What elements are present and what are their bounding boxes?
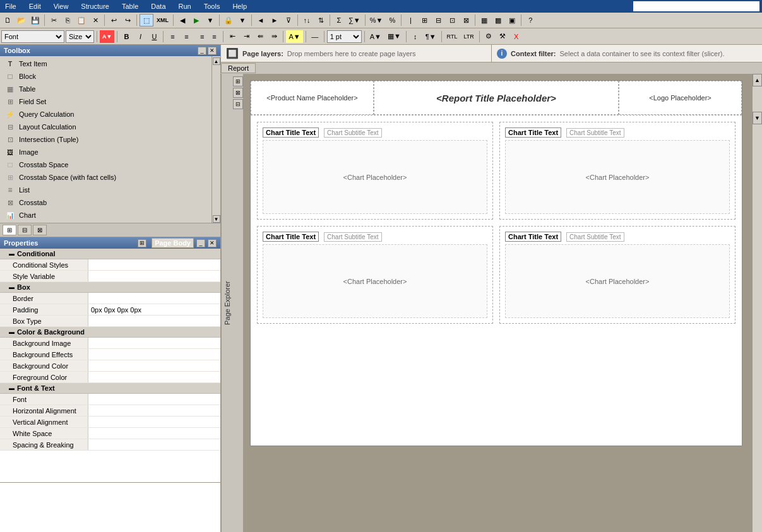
run-back-button[interactable]: ◀: [176, 14, 189, 27]
help-button[interactable]: ?: [524, 14, 537, 27]
col-button[interactable]: |: [404, 14, 417, 27]
paste-button[interactable]: 📋: [75, 14, 88, 27]
properties-icon-btn[interactable]: ⊞: [138, 239, 146, 247]
box-collapse-btn[interactable]: ▬: [9, 284, 15, 290]
copy-button[interactable]: ⎘: [61, 14, 74, 27]
pct2-button[interactable]: %: [386, 14, 398, 27]
row-button[interactable]: ⊡: [446, 14, 458, 27]
menu-search-box[interactable]: [633, 1, 759, 11]
table3-button[interactable]: ▣: [506, 14, 518, 27]
row2-button[interactable]: ⊠: [460, 14, 472, 27]
hilite-button[interactable]: A▼: [286, 30, 302, 43]
toolbox-item-query-calc[interactable]: Query Calculation: [0, 108, 211, 121]
delete-button[interactable]: ✕: [89, 14, 102, 27]
nav-left-button[interactable]: ◄: [254, 14, 267, 27]
color-fill-button[interactable]: A▼: [100, 30, 114, 43]
save-button[interactable]: 💾: [29, 14, 42, 27]
canvas-content[interactable]: <Product Name Placeholder> <Report Title…: [244, 74, 752, 532]
report-icon1[interactable]: ⊞: [233, 76, 243, 86]
menu-file[interactable]: File: [3, 1, 19, 11]
sort2-button[interactable]: ⇅: [314, 14, 327, 27]
toolbox-item-field-set[interactable]: Field Set: [0, 95, 211, 108]
redo-button[interactable]: ↪: [121, 14, 134, 27]
canvas-vscroll[interactable]: ▲ ▼: [752, 74, 762, 532]
undo-button[interactable]: ↩: [107, 14, 120, 27]
menu-view[interactable]: View: [51, 1, 71, 11]
sort-button[interactable]: ↑↓: [301, 14, 313, 27]
indent3-button[interactable]: ⇚: [254, 30, 266, 43]
line-button[interactable]: —: [309, 30, 321, 43]
para-button[interactable]: ¶▼: [423, 30, 439, 43]
prop-value-spacing[interactable]: [88, 439, 220, 450]
menu-structure[interactable]: Structure: [78, 1, 112, 11]
prop-value-bg-image[interactable]: [88, 338, 220, 348]
underline-button[interactable]: U: [148, 30, 160, 43]
toolbox-item-chart[interactable]: Chart: [0, 209, 211, 222]
toolbox-item-table[interactable]: Table: [0, 83, 211, 95]
menu-table[interactable]: Table: [119, 1, 141, 11]
vscroll-down[interactable]: ▼: [753, 112, 762, 124]
prop-value-h-align[interactable]: [88, 405, 220, 416]
properties-minimize-button[interactable]: _: [196, 239, 205, 247]
select-button[interactable]: ⬚: [140, 14, 153, 27]
cut-button[interactable]: ✂: [47, 14, 60, 27]
italic-button[interactable]: I: [134, 30, 146, 43]
calc2-button[interactable]: ∑▼: [347, 14, 362, 27]
indent-button[interactable]: ⇤: [226, 30, 239, 43]
properties-close-button[interactable]: ✕: [208, 239, 217, 247]
indent2-button[interactable]: ⇥: [240, 30, 253, 43]
report-icon2[interactable]: ⊠: [233, 88, 243, 98]
toolbox-tab-2[interactable]: ⊟: [18, 225, 32, 235]
run-more-button[interactable]: ▼: [204, 14, 217, 27]
toolbox-item-layout-calc[interactable]: Layout Calculation: [0, 121, 211, 133]
align-justify-button[interactable]: ≡: [208, 30, 220, 43]
more-tools3-button[interactable]: X: [510, 30, 523, 43]
menu-edit[interactable]: Edit: [27, 1, 44, 11]
ltr-button[interactable]: LTR: [461, 30, 476, 43]
toolbox-scroll-down[interactable]: ▼: [213, 215, 220, 223]
menu-help[interactable]: Help: [230, 1, 249, 11]
toolbox-item-crosstab-fact[interactable]: Crosstab Space (with fact cells): [0, 171, 211, 184]
more-tools-button[interactable]: ⚙: [482, 30, 495, 43]
toolbox-item-text-item[interactable]: Text Item: [0, 57, 211, 70]
filter2-button[interactable]: ⊽: [282, 14, 295, 27]
menu-tools[interactable]: Tools: [201, 1, 223, 11]
report-icon3[interactable]: ⊟: [233, 99, 243, 109]
toolbox-item-intersection[interactable]: Intersection (Tuple): [0, 133, 211, 146]
prop-value-font[interactable]: [88, 394, 220, 405]
prop-value-v-align[interactable]: [88, 417, 220, 427]
prop-value-style-variable[interactable]: [88, 271, 220, 281]
toolbox-item-crosstab-space[interactable]: Crosstab Space: [0, 158, 211, 171]
rtl-button[interactable]: RTL: [444, 30, 460, 43]
toolbox-minimize-button[interactable]: _: [198, 47, 206, 55]
size-select[interactable]: Size: [66, 30, 94, 43]
toolbox-scroll-up[interactable]: ▲: [213, 57, 220, 65]
table-button[interactable]: ▦: [478, 14, 491, 27]
font-collapse-btn[interactable]: ▬: [9, 385, 15, 391]
run-button[interactable]: ▶: [190, 14, 203, 27]
fg-color-button[interactable]: A▼: [367, 30, 384, 43]
col2-button[interactable]: ⊞: [418, 14, 431, 27]
prop-value-white-space[interactable]: [88, 428, 220, 439]
vscroll-up[interactable]: ▲: [753, 74, 762, 86]
align-right-button[interactable]: ≡: [194, 30, 206, 43]
toolbox-item-block[interactable]: Block: [0, 70, 211, 83]
nav-right-button[interactable]: ►: [268, 14, 281, 27]
new-button[interactable]: 🗋: [1, 14, 14, 27]
toolbox-tab-1[interactable]: ⊞: [3, 225, 16, 235]
toolbox-item-image[interactable]: Image: [0, 146, 211, 158]
toolbox-item-crosstab[interactable]: Crosstab: [0, 196, 211, 209]
prop-value-padding[interactable]: 0px 0px 0px 0px: [88, 304, 220, 315]
lock-button[interactable]: 🔒: [222, 14, 235, 27]
indent4-button[interactable]: ⇛: [268, 30, 280, 43]
open-button[interactable]: 📂: [15, 14, 28, 27]
conditional-collapse-btn[interactable]: ▬: [9, 251, 15, 257]
calc-button[interactable]: Σ: [333, 14, 345, 27]
align-left-button[interactable]: ≡: [166, 30, 179, 43]
menu-run[interactable]: Run: [176, 1, 194, 11]
prop-value-conditional-styles[interactable]: [88, 259, 220, 270]
filter-button[interactable]: ▼: [236, 14, 249, 27]
prop-value-bg-color[interactable]: [88, 360, 220, 371]
line-pt-select[interactable]: 1 pt: [327, 30, 362, 43]
toolbox-close-button[interactable]: ✕: [208, 47, 217, 55]
